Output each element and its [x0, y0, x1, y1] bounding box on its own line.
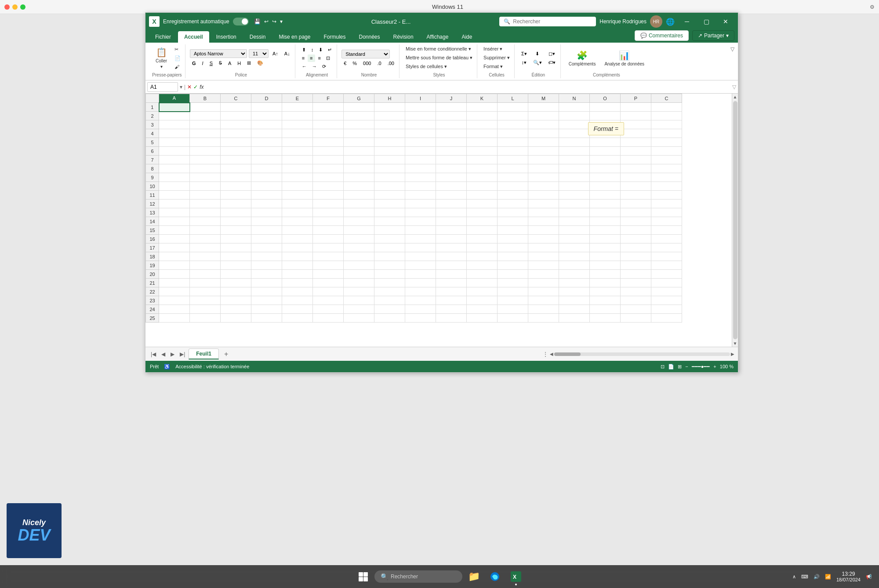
formula-input[interactable]: [205, 83, 730, 91]
table-row[interactable]: [251, 314, 282, 323]
table-row[interactable]: [282, 120, 313, 129]
table-row[interactable]: [621, 129, 651, 138]
table-row[interactable]: [344, 129, 374, 138]
thousands-button[interactable]: 000: [361, 60, 373, 67]
tab-affichage[interactable]: Affichage: [421, 31, 455, 43]
table-row[interactable]: [436, 252, 467, 261]
table-row[interactable]: [590, 296, 621, 305]
cell-styles-button[interactable]: Styles de cellules ▾: [404, 63, 449, 70]
table-row[interactable]: [528, 147, 559, 156]
indent-increase-button[interactable]: →: [310, 63, 319, 70]
table-row[interactable]: [221, 112, 251, 120]
cell-reference-input[interactable]: [147, 82, 178, 92]
table-row[interactable]: [221, 235, 251, 243]
table-row[interactable]: [344, 191, 374, 200]
table-row[interactable]: [313, 173, 344, 182]
col-header-H[interactable]: H: [374, 94, 405, 103]
table-row[interactable]: [190, 217, 221, 226]
table-row[interactable]: [344, 164, 374, 173]
search-box[interactable]: 🔍: [499, 17, 596, 26]
table-row[interactable]: [221, 279, 251, 287]
table-row[interactable]: [528, 305, 559, 314]
table-row[interactable]: [651, 235, 682, 243]
table-row[interactable]: [559, 270, 590, 279]
table-row[interactable]: [590, 156, 621, 164]
table-row[interactable]: [559, 296, 590, 305]
tab-dessin[interactable]: Dessin: [243, 31, 272, 43]
table-row[interactable]: [528, 120, 559, 129]
table-row[interactable]: [313, 200, 344, 208]
row-header-4[interactable]: 4: [146, 129, 159, 138]
table-row[interactable]: [498, 200, 528, 208]
table-row[interactable]: [221, 182, 251, 191]
table-row[interactable]: [467, 314, 498, 323]
table-row[interactable]: [313, 112, 344, 120]
zoom-decrease-button[interactable]: −: [685, 364, 688, 369]
table-row[interactable]: [282, 270, 313, 279]
table-row[interactable]: [221, 305, 251, 314]
table-row[interactable]: [405, 217, 436, 226]
table-row[interactable]: [405, 287, 436, 296]
table-row[interactable]: [467, 112, 498, 120]
table-row[interactable]: [498, 208, 528, 217]
table-row[interactable]: [282, 112, 313, 120]
table-row[interactable]: [282, 252, 313, 261]
bold-button[interactable]: G: [190, 60, 198, 67]
table-row[interactable]: [651, 182, 682, 191]
table-row[interactable]: [467, 182, 498, 191]
table-row[interactable]: [344, 147, 374, 156]
font-size-select[interactable]: 11: [249, 49, 269, 58]
table-row[interactable]: [651, 226, 682, 235]
table-row[interactable]: [528, 296, 559, 305]
table-row[interactable]: [467, 226, 498, 235]
table-row[interactable]: [313, 226, 344, 235]
table-row[interactable]: [282, 261, 313, 270]
table-row[interactable]: [590, 217, 621, 226]
sheet-nav-prev[interactable]: ◀: [160, 349, 167, 359]
table-row[interactable]: [221, 147, 251, 156]
table-row[interactable]: [498, 243, 528, 252]
table-row[interactable]: [344, 296, 374, 305]
undo-icon[interactable]: ↩: [264, 18, 269, 25]
table-row[interactable]: [159, 252, 190, 261]
table-row[interactable]: [436, 173, 467, 182]
table-row[interactable]: [190, 173, 221, 182]
fill-color-button[interactable]: 🎨: [255, 59, 265, 67]
page-break-button[interactable]: ⊞: [678, 364, 682, 370]
table-row[interactable]: [528, 129, 559, 138]
data-analysis-button[interactable]: 📊 Analyse de données: [601, 48, 648, 68]
keyboard-icon[interactable]: ⌨: [801, 574, 808, 580]
table-row[interactable]: [159, 235, 190, 243]
table-row[interactable]: [621, 112, 651, 120]
table-row[interactable]: [528, 173, 559, 182]
table-row[interactable]: [405, 243, 436, 252]
sheet-nav-first[interactable]: |◀: [149, 349, 158, 359]
table-row[interactable]: [651, 200, 682, 208]
row-header-23[interactable]: 23: [146, 296, 159, 305]
table-row[interactable]: [467, 208, 498, 217]
table-row[interactable]: [405, 305, 436, 314]
table-row[interactable]: [190, 129, 221, 138]
table-row[interactable]: [159, 226, 190, 235]
table-row[interactable]: [251, 120, 282, 129]
table-row[interactable]: [621, 182, 651, 191]
sheet-tab-feuil1[interactable]: Feuil1: [189, 348, 219, 359]
table-row[interactable]: [498, 147, 528, 156]
paste-button[interactable]: 📋 Coller ▾: [152, 45, 171, 71]
table-row[interactable]: [590, 173, 621, 182]
table-row[interactable]: [559, 208, 590, 217]
table-row[interactable]: [436, 314, 467, 323]
table-row[interactable]: [436, 287, 467, 296]
find-button[interactable]: 🔍▾: [531, 59, 544, 66]
share-button[interactable]: ↗ Partager ▾: [692, 30, 734, 41]
table-row[interactable]: [313, 296, 344, 305]
table-row[interactable]: [436, 147, 467, 156]
tab-insertion[interactable]: Insertion: [210, 31, 243, 43]
scroll-up-button[interactable]: ▲: [733, 94, 737, 99]
table-row[interactable]: [528, 182, 559, 191]
row-header-9[interactable]: 9: [146, 173, 159, 182]
align-right-button[interactable]: ≡: [316, 54, 323, 62]
table-row[interactable]: [590, 164, 621, 173]
table-row[interactable]: [282, 235, 313, 243]
table-row[interactable]: [282, 156, 313, 164]
